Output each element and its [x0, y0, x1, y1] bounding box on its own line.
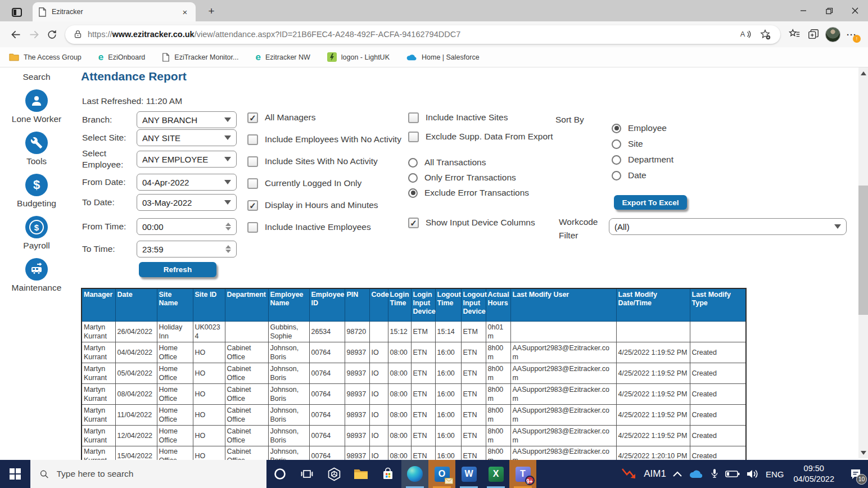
sidebar-item-payroll[interactable]: $ Payroll — [23, 216, 49, 251]
checkbox-exclude-supp-data[interactable]: Exclude Supp. Data From Export — [408, 130, 553, 143]
export-to-excel-button[interactable]: Export To Excel — [614, 195, 687, 210]
branch-select[interactable]: ANY BRANCH — [137, 111, 237, 128]
battery-icon[interactable] — [725, 469, 740, 478]
to-date-select[interactable]: 03-May-2022 — [137, 194, 237, 211]
workcode-filter-select[interactable]: (All) — [609, 218, 847, 235]
tab-ezitracker[interactable]: Ezitracker × — [33, 2, 196, 21]
restore-button[interactable] — [816, 0, 842, 21]
search-input[interactable] — [57, 469, 258, 479]
language-indicator[interactable]: ENG — [766, 469, 784, 479]
vertical-scrollbar[interactable] — [858, 67, 868, 458]
add-favorite-button[interactable] — [758, 27, 772, 42]
stock-ticker-icon[interactable] — [621, 467, 638, 481]
radio-icon[interactable] — [612, 171, 621, 180]
checkbox-icon[interactable] — [247, 134, 258, 145]
sidebar-item-tools[interactable]: Tools — [25, 132, 48, 166]
checkbox-show-input-device-columns[interactable]: ✓Show Input Device Columns — [408, 216, 535, 229]
radio-only-error-transactions[interactable]: Only Error Transactions — [408, 171, 529, 184]
forward-button[interactable] — [25, 25, 43, 43]
checkbox-all-managers[interactable]: ✓All Managers — [247, 111, 401, 124]
spinner-arrows-icon[interactable] — [225, 245, 231, 253]
checkbox-icon[interactable] — [408, 112, 419, 123]
bookmark-ezitracker-nw[interactable]: e Ezitracker NW — [255, 52, 310, 62]
checkbox-icon[interactable]: ✓ — [408, 218, 419, 228]
spinner-arrows-icon[interactable] — [225, 223, 231, 231]
excel-button[interactable]: X — [482, 460, 509, 488]
read-aloud-button[interactable]: A — [738, 27, 753, 42]
collections-button[interactable] — [804, 25, 823, 44]
checkbox-icon[interactable]: ✓ — [247, 112, 258, 123]
table-cell: ETN — [461, 342, 486, 363]
favorites-button[interactable] — [785, 25, 804, 44]
radio-icon[interactable] — [408, 158, 418, 168]
radio-sort-department[interactable]: Department — [612, 153, 673, 166]
taskbar-search[interactable] — [30, 460, 266, 488]
bookmark-home-salesforce[interactable]: Home | Salesforce — [406, 53, 480, 61]
radio-sort-site[interactable]: Site — [612, 138, 673, 150]
task-view-button[interactable] — [293, 460, 320, 488]
sidebar-item-maintenance[interactable]: Maintenance — [12, 258, 62, 293]
more-menu-button[interactable]: ··· ↑ — [842, 25, 861, 44]
store-button[interactable] — [374, 460, 401, 488]
profile-avatar[interactable] — [823, 25, 842, 44]
clock[interactable]: 09:50 04/05/2022 — [790, 463, 838, 485]
checkbox-include-inactive-sites[interactable]: Include Inactive Sites — [408, 111, 553, 124]
sidebar-item-search[interactable]: Search — [22, 72, 50, 82]
onedrive-icon[interactable] — [689, 469, 704, 479]
employee-select[interactable]: ANY EMPLOYEE — [137, 151, 237, 168]
scrollbar-thumb[interactable] — [858, 186, 868, 315]
microphone-icon[interactable] — [710, 468, 719, 480]
site-select[interactable]: ANY SITE — [137, 129, 237, 146]
checkbox-display-hours-minutes[interactable]: ✓Display in Hours and Minutes — [247, 199, 401, 211]
checkbox-icon[interactable] — [247, 222, 258, 233]
scrollbar-up-button[interactable] — [858, 69, 868, 78]
radio-sort-date[interactable]: Date — [612, 169, 673, 182]
word-button[interactable]: W — [455, 460, 482, 488]
checkbox-icon[interactable] — [247, 156, 258, 167]
bookmark-the-access-group[interactable]: The Access Group — [9, 53, 82, 61]
from-date-select[interactable]: 04-Apr-2022 — [137, 174, 237, 191]
radio-icon[interactable] — [612, 124, 621, 133]
teams-button[interactable]: T 9+ — [509, 460, 536, 488]
cortana-button[interactable] — [266, 460, 293, 488]
edge-button[interactable] — [401, 460, 428, 488]
radio-icon[interactable] — [612, 155, 621, 165]
tab-close-icon[interactable]: × — [180, 7, 190, 17]
back-button[interactable] — [7, 25, 25, 43]
outlook-button[interactable]: O — [428, 460, 455, 488]
new-tab-button[interactable]: + — [205, 5, 218, 17]
address-bar[interactable]: https://www.ezitracker.co.uk/view/attend… — [65, 25, 780, 44]
tab-actions-menu-button[interactable] — [4, 3, 29, 21]
radio-all-transactions[interactable]: All Transactions — [408, 156, 529, 169]
sidebar-item-budgeting[interactable]: $ Budgeting — [17, 174, 56, 209]
checkbox-icon[interactable] — [247, 178, 258, 189]
refresh-button[interactable]: Refresh — [139, 262, 216, 277]
minimize-button[interactable] — [790, 0, 816, 21]
radio-sort-employee[interactable]: Employee — [612, 122, 673, 134]
from-time-spinner[interactable]: 00:00 — [137, 218, 237, 235]
to-time-spinner[interactable]: 23:59 — [137, 241, 237, 257]
checkbox-icon[interactable]: ✓ — [247, 200, 258, 211]
file-explorer-button[interactable] — [347, 460, 374, 488]
bookmark-logon-lightuk[interactable]: logon - LightUK — [327, 52, 390, 62]
start-button[interactable] — [0, 460, 30, 488]
volume-icon[interactable] — [746, 468, 760, 480]
bookmark-ezitracker-monitor[interactable]: EziTracker Monitor... — [162, 53, 238, 62]
radio-icon[interactable] — [408, 188, 418, 198]
checkbox-include-inactive-employees[interactable]: Include Inactive Employees — [247, 221, 401, 233]
checkbox-include-employees-no-activity[interactable]: Include Employees With No Activity — [247, 133, 401, 146]
radio-exclude-error-transactions[interactable]: Exclude Error Transactions — [408, 187, 529, 199]
bookmark-ezionboard[interactable]: e EziOnboard — [98, 52, 145, 62]
tray-expand-chevron-icon[interactable] — [672, 471, 682, 477]
radio-icon[interactable] — [612, 139, 621, 149]
close-button[interactable] — [842, 0, 868, 21]
refresh-page-button[interactable] — [43, 25, 61, 43]
checkbox-include-sites-no-activity[interactable]: Include Sites With No Activity — [247, 155, 401, 168]
hexagon-app-button[interactable] — [320, 460, 347, 488]
radio-icon[interactable] — [408, 173, 418, 183]
checkbox-icon[interactable] — [408, 132, 419, 142]
scrollbar-down-button[interactable] — [858, 448, 868, 457]
checkbox-currently-logged-in-only[interactable]: Currently Logged In Only — [247, 177, 401, 189]
notification-button[interactable]: 10 — [843, 460, 868, 488]
sidebar-item-lone-worker[interactable]: Lone Worker — [12, 89, 61, 124]
